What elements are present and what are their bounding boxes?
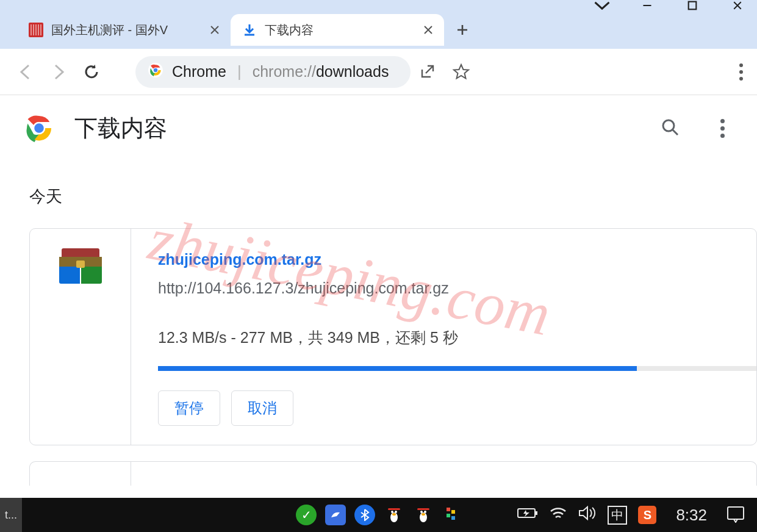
taskbar-right: 中 S 8:32 <box>517 505 757 525</box>
svg-point-20 <box>424 511 426 513</box>
window-maximize-button[interactable] <box>684 0 701 11</box>
svg-rect-26 <box>451 516 455 520</box>
svg-line-10 <box>673 130 678 135</box>
back-button[interactable] <box>12 59 39 85</box>
taskbar: t... ✓ 中 S 8:32 <box>0 498 757 532</box>
taskbar-app-button[interactable]: t... <box>0 498 22 532</box>
search-icon[interactable] <box>661 118 681 138</box>
reload-button[interactable] <box>78 59 105 85</box>
window-minimize-button[interactable] <box>639 0 656 11</box>
downloads-content: 今天 zhujiceping.com.tar.gz http://104.166… <box>0 161 757 486</box>
download-arrow-icon <box>242 22 257 38</box>
svg-point-14 <box>395 511 397 513</box>
more-vert-icon[interactable] <box>712 118 733 138</box>
svg-point-15 <box>392 513 396 516</box>
share-icon[interactable] <box>417 62 437 82</box>
address-url: chrome://downloads <box>253 63 389 81</box>
download-url: http://104.166.127.3/zhujiceping.com.tar… <box>158 279 756 297</box>
bird-app-icon[interactable] <box>325 505 346 525</box>
new-tab-button[interactable] <box>450 18 475 42</box>
svg-rect-16 <box>388 508 400 510</box>
page-header: 下载内容 <box>0 95 757 161</box>
penguin-icon-2[interactable] <box>413 505 434 525</box>
chrome-small-icon <box>148 62 163 82</box>
svg-rect-22 <box>417 508 429 510</box>
wifi-icon[interactable] <box>549 506 567 524</box>
svg-rect-29 <box>728 507 744 519</box>
taskbar-clock[interactable]: 8:32 <box>676 506 707 525</box>
taskbar-tray: ✓ <box>22 505 517 525</box>
battery-icon[interactable] <box>517 506 538 523</box>
svg-rect-24 <box>451 510 455 514</box>
tab-title: 国外主机测评 - 国外V <box>51 22 200 38</box>
window-close-button[interactable] <box>729 0 746 11</box>
download-progress <box>158 366 756 371</box>
download-file-icon-panel <box>30 229 131 445</box>
download-card: zhujiceping.com.tar.gz http://104.166.12… <box>29 228 757 445</box>
browser-toolbar: Chrome | chrome://downloads <box>0 49 757 95</box>
color-grid-icon[interactable] <box>442 505 463 525</box>
page-title: 下载内容 <box>74 113 640 144</box>
ime-indicator[interactable]: 中 <box>608 506 627 525</box>
download-card-collapsed <box>29 461 757 486</box>
window-controls <box>594 0 753 11</box>
svg-rect-1 <box>689 2 697 10</box>
svg-rect-23 <box>447 508 450 511</box>
svg-point-9 <box>663 120 674 131</box>
archive-icon <box>59 248 102 284</box>
svg-rect-25 <box>447 514 450 517</box>
pause-button[interactable]: 暂停 <box>158 390 220 426</box>
svg-point-19 <box>420 511 423 513</box>
tab-close-icon[interactable] <box>421 23 436 37</box>
window-dropdown-icon[interactable] <box>594 0 611 11</box>
window-titlebar <box>0 0 757 11</box>
section-label-today: 今天 <box>29 185 757 207</box>
bookmark-star-icon[interactable] <box>451 62 472 82</box>
cancel-button[interactable]: 取消 <box>231 390 293 426</box>
downloads-page: zhujiceping.com 下载内容 今天 zhujiceping.com.… <box>0 95 757 498</box>
download-status: 12.3 MB/s - 277 MB，共 349 MB，还剩 5 秒 <box>158 328 756 348</box>
address-prefix: Chrome <box>172 63 226 81</box>
download-progress-fill <box>158 366 637 371</box>
browser-menu-button[interactable] <box>737 60 745 84</box>
volume-icon[interactable] <box>578 505 597 525</box>
svg-rect-28 <box>536 511 537 515</box>
address-bar[interactable]: Chrome | chrome://downloads <box>135 56 411 88</box>
forward-button[interactable] <box>45 59 72 85</box>
penguin-icon-1[interactable] <box>384 505 404 525</box>
tab-active[interactable]: 下载内容 <box>231 14 444 46</box>
tab-title: 下载内容 <box>265 22 414 38</box>
notifications-icon[interactable] <box>727 506 745 524</box>
svg-point-21 <box>422 513 425 516</box>
tab-inactive[interactable]: 国外主机测评 - 国外V <box>17 14 231 46</box>
download-filename[interactable]: zhujiceping.com.tar.gz <box>158 251 756 268</box>
chrome-logo-icon <box>24 113 54 143</box>
tab-close-icon[interactable] <box>207 23 222 37</box>
bluetooth-icon[interactable] <box>354 505 375 525</box>
favicon-red-icon <box>28 22 44 38</box>
svg-point-13 <box>391 511 393 513</box>
sogou-ime-icon[interactable]: S <box>638 506 656 524</box>
toolbar-actions <box>417 62 472 82</box>
tab-strip: 国外主机测评 - 国外V 下载内容 <box>0 11 757 49</box>
shield-check-icon[interactable]: ✓ <box>296 505 317 525</box>
address-separator: | <box>237 62 242 81</box>
